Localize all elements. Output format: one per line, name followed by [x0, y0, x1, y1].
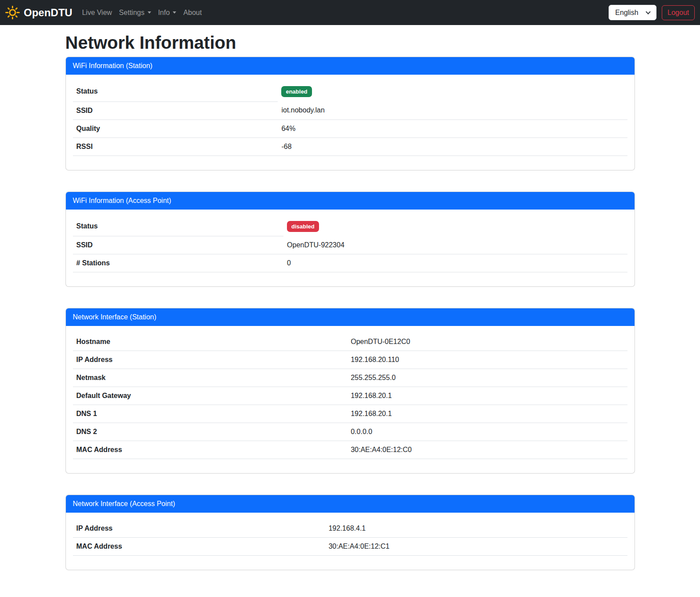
table-row: Status disabled: [73, 217, 627, 236]
table-row: SSID iot.nobody.lan: [73, 101, 627, 119]
table-row: RSSI -68: [73, 137, 627, 156]
status-badge: enabled: [281, 86, 312, 97]
row-label: MAC Address: [73, 441, 348, 459]
info-table: Status disabled SSID OpenDTU-922304 # St…: [73, 217, 627, 273]
chevron-down-icon: [148, 11, 151, 14]
table-row: Default Gateway 192.168.20.1: [73, 387, 627, 405]
row-label: IP Address: [73, 520, 325, 538]
info-card: Network Interface (Access Point) IP Addr…: [65, 495, 635, 570]
card-header: WiFi Information (Access Point): [66, 192, 635, 210]
row-value: -68: [278, 137, 627, 156]
info-card: WiFi Information (Station) Status enable…: [65, 57, 635, 170]
card-body: Hostname OpenDTU-0E12C0 IP Address 192.1…: [66, 326, 635, 473]
nav-menu: Live View Settings Info About: [79, 4, 206, 22]
row-value: OpenDTU-922304: [283, 236, 627, 254]
nav-item-label: Live View: [82, 7, 112, 18]
table-row: IP Address 192.168.4.1: [73, 520, 627, 538]
row-value: OpenDTU-0E12C0: [347, 333, 627, 351]
nav-item-info[interactable]: Info: [155, 4, 180, 22]
row-value: iot.nobody.lan: [278, 101, 627, 119]
table-row: Netmask 255.255.255.0: [73, 369, 627, 387]
table-row: DNS 1 192.168.20.1: [73, 405, 627, 423]
info-card: WiFi Information (Access Point) Status d…: [65, 192, 635, 287]
row-value: 192.168.4.1: [325, 520, 627, 538]
row-label: SSID: [73, 101, 278, 119]
card-body: Status disabled SSID OpenDTU-922304 # St…: [66, 210, 635, 287]
row-label: MAC Address: [73, 538, 325, 556]
row-label: Default Gateway: [73, 387, 348, 405]
row-value: disabled: [283, 217, 627, 236]
language-select-wrap: English: [609, 5, 656, 20]
page-title: Network Information: [65, 32, 635, 53]
nav-item-about[interactable]: About: [180, 4, 205, 22]
row-value: 0.0.0.0: [347, 423, 627, 441]
card-header: Network Interface (Access Point): [66, 495, 635, 513]
row-label: DNS 1: [73, 405, 348, 423]
table-row: Status enabled: [73, 82, 627, 101]
row-label: RSSI: [73, 137, 278, 156]
table-row: IP Address 192.168.20.110: [73, 351, 627, 369]
card-body: IP Address 192.168.4.1 MAC Address 30:AE…: [66, 513, 635, 570]
table-row: SSID OpenDTU-922304: [73, 236, 627, 254]
row-value: 30:AE:A4:0E:12:C0: [347, 441, 627, 459]
table-row: MAC Address 30:AE:A4:0E:12:C1: [73, 538, 627, 556]
row-label: Status: [73, 217, 284, 236]
row-label: SSID: [73, 236, 284, 254]
nav-item-label: Settings: [119, 7, 145, 18]
info-table: Hostname OpenDTU-0E12C0 IP Address 192.1…: [73, 333, 627, 459]
row-value: 192.168.20.1: [347, 405, 627, 423]
brand-text: OpenDTU: [24, 5, 73, 21]
chevron-down-icon: [173, 11, 176, 14]
main-content: Network Information WiFi Information (St…: [60, 25, 640, 570]
nav-item-settings[interactable]: Settings: [116, 4, 155, 22]
row-value: 192.168.20.1: [347, 387, 627, 405]
row-label: IP Address: [73, 351, 348, 369]
row-label: DNS 2: [73, 423, 348, 441]
table-row: # Stations 0: [73, 254, 627, 272]
table-row: Hostname OpenDTU-0E12C0: [73, 333, 627, 351]
info-card: Network Interface (Station) Hostname Ope…: [65, 308, 635, 474]
card-body: Status enabled SSID iot.nobody.lan Quali…: [66, 75, 635, 170]
info-table: Status enabled SSID iot.nobody.lan Quali…: [73, 82, 627, 156]
nav-item-live-view[interactable]: Live View: [79, 4, 116, 22]
nav-item-label: Info: [158, 7, 170, 18]
row-value: 64%: [278, 119, 627, 137]
row-label: Status: [73, 82, 278, 101]
row-value: 255.255.255.0: [347, 369, 627, 387]
row-label: Netmask: [73, 369, 348, 387]
row-value: 192.168.20.110: [347, 351, 627, 369]
navbar-right: English Logout: [609, 5, 695, 20]
table-row: Quality 64%: [73, 119, 627, 137]
navbar: OpenDTU Live View Settings Info About En…: [0, 0, 700, 25]
brand-link[interactable]: OpenDTU: [5, 5, 73, 21]
row-value: 30:AE:A4:0E:12:C1: [325, 538, 627, 556]
table-row: MAC Address 30:AE:A4:0E:12:C0: [73, 441, 627, 459]
row-value: enabled: [278, 82, 627, 101]
row-label: # Stations: [73, 254, 284, 272]
logout-button[interactable]: Logout: [662, 5, 695, 20]
cards-container: WiFi Information (Station) Status enable…: [65, 57, 635, 570]
table-row: DNS 2 0.0.0.0: [73, 423, 627, 441]
row-value: 0: [283, 254, 627, 272]
status-badge: disabled: [287, 221, 319, 232]
card-header: WiFi Information (Station): [66, 57, 635, 75]
row-label: Hostname: [73, 333, 348, 351]
row-label: Quality: [73, 119, 278, 137]
sun-icon: [5, 5, 20, 20]
nav-item-label: About: [183, 7, 202, 18]
language-select[interactable]: English: [609, 5, 656, 20]
info-table: IP Address 192.168.4.1 MAC Address 30:AE…: [73, 520, 627, 556]
card-header: Network Interface (Station): [66, 308, 635, 326]
